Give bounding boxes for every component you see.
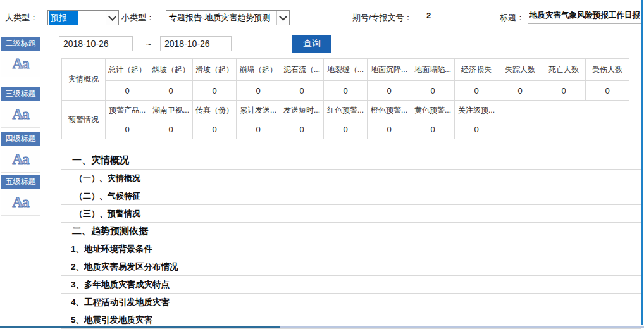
- date-to-input[interactable]: 2018-10-26: [160, 36, 232, 51]
- table-cell-value: 0: [149, 120, 193, 139]
- big-type-label: 大类型：: [5, 12, 38, 23]
- table-column-header: 失踪人数: [498, 59, 542, 81]
- sidebar-item-heading-style[interactable]: 三级标题Aa: [1, 87, 40, 128]
- title-input[interactable]: 地质灾害气象风险预报工作日报: [528, 8, 641, 24]
- heading-style-label: 五级标题: [1, 175, 40, 189]
- table-column-header: 死亡人数: [542, 59, 586, 81]
- table-cell-value: 0: [542, 81, 586, 101]
- table-column-header: 经济损失: [455, 59, 498, 81]
- small-type-selected-value: 专题报告-地质灾害趋势预测: [166, 11, 273, 25]
- table-cell-value: 0: [411, 120, 455, 139]
- table-cell-value: 0: [498, 81, 542, 101]
- report-editor-screen: 大类型： 预报 小类型： 专题报告-地质灾害趋势预测 期号/专报文号： 2 标题…: [0, 0, 644, 329]
- table-row-label: 灾情概况: [62, 59, 106, 101]
- heading-style-preview[interactable]: Aa: [1, 189, 40, 216]
- table-column-header: 红色预警...: [324, 101, 368, 120]
- outline-item[interactable]: 2、地质灾害易发区分布情况: [61, 258, 641, 276]
- table-cell-value: 0: [106, 81, 149, 101]
- summary-table: 灾情概况总计（起）斜坡（起）滑坡（起）崩塌（起）泥石流（...地裂缝（...地面…: [61, 58, 629, 101]
- table-cell-value: 0: [280, 81, 324, 101]
- table-column-header: 地面塌陷...: [411, 59, 455, 81]
- table-column-header: 发送短时...: [280, 101, 324, 120]
- table-column-header: 泥石流（...: [280, 59, 324, 81]
- outline-item[interactable]: 4、工程活动引发地质灾害: [61, 294, 641, 311]
- small-type-select[interactable]: 专题报告-地质灾害趋势预测: [166, 10, 290, 25]
- heading-level-5-font-icon: Aa: [12, 194, 28, 211]
- chevron-down-icon: [276, 11, 289, 25]
- heading-style-label: 三级标题: [1, 87, 40, 101]
- date-from-input[interactable]: 2018-10-26: [59, 36, 133, 51]
- outline-item[interactable]: 1、地址环境背景条件: [61, 240, 641, 258]
- table-cell-value: 0: [455, 81, 498, 101]
- table-column-header: 滑坡（起）: [193, 59, 237, 81]
- outline-item[interactable]: （二）、气候特征: [61, 187, 641, 205]
- heading-style-label: 四级标题: [1, 132, 40, 146]
- table-column-header: 预警产品...: [106, 101, 149, 120]
- table-column-header: 湖南卫视...: [149, 101, 193, 120]
- horizontal-scrollbar[interactable]: [0, 326, 644, 328]
- table-cell-value: 0: [237, 81, 280, 101]
- heading-level-4-font-icon: Aa: [12, 151, 28, 168]
- outline-item[interactable]: 一、灾情概况: [61, 152, 641, 170]
- sidebar-item-heading-style[interactable]: 四级标题Aa: [1, 132, 40, 173]
- table-cell-value: 0: [368, 120, 411, 139]
- heading-style-preview[interactable]: Aa: [1, 146, 40, 173]
- heading-style-preview[interactable]: Aa: [1, 51, 40, 77]
- heading-level-3-font-icon: Aa: [12, 106, 28, 123]
- table-cell-value: 0: [237, 120, 280, 139]
- table-column-header: 橙色预警...: [368, 101, 411, 120]
- issue-number-label: 期号/专报文号：: [352, 12, 412, 23]
- table-cell-value: 0: [455, 120, 498, 139]
- table-column-header: 黄色预警...: [411, 101, 455, 120]
- table-cell-value: 0: [193, 120, 237, 139]
- title-label: 标题：: [500, 12, 524, 23]
- chevron-down-icon: [106, 11, 118, 25]
- table-cell-value: 0: [324, 81, 368, 101]
- issue-number-input[interactable]: 2: [418, 9, 439, 23]
- table-cell-value: 0: [411, 81, 455, 101]
- outline-item[interactable]: （一）、灾情概况: [61, 170, 641, 187]
- table-column-header: 累计发送...: [237, 101, 280, 120]
- table-row-label: 预警情况: [62, 101, 106, 139]
- table-cell-value: 0: [193, 81, 237, 101]
- table-column-header: 地面沉降...: [368, 59, 411, 81]
- outline-item[interactable]: 二、趋势预测依据: [61, 223, 641, 240]
- heading-level-2-font-icon: Aa: [12, 56, 28, 72]
- big-type-selected-value: 预报: [49, 11, 78, 25]
- table-column-header: 崩塌（起）: [237, 59, 280, 81]
- sidebar-item-heading-style[interactable]: 二级标题Aa: [1, 37, 40, 77]
- summary-table: 预警情况预警产品...湖南卫视...传真（份）累计发送...发送短时...红色预…: [61, 100, 498, 139]
- small-type-label: 小类型：: [121, 12, 154, 23]
- table-cell-value: 0: [106, 120, 149, 139]
- query-button[interactable]: 查询: [292, 35, 331, 53]
- disaster-summary-tables: 灾情概况总计（起）斜坡（起）滑坡（起）崩塌（起）泥石流（...地裂缝（...地面…: [61, 59, 629, 139]
- big-type-select[interactable]: 预报: [47, 10, 119, 25]
- table-cell-value: 0: [324, 120, 368, 139]
- table-column-header: 关注级预...: [455, 101, 498, 120]
- table-cell-value: 0: [368, 81, 411, 101]
- window-right-border: [641, 0, 643, 325]
- table-column-header: 受伤人数: [586, 59, 629, 81]
- table-cell-value: 0: [586, 81, 629, 101]
- outline-item[interactable]: （三）、预警情况: [61, 205, 641, 223]
- table-cell-value: 0: [280, 120, 324, 139]
- table-column-header: 传真（份）: [193, 101, 237, 120]
- outline-item[interactable]: 3、多年地质灾害成灾特点: [61, 276, 641, 294]
- date-range-separator: ~: [146, 39, 151, 49]
- table-column-header: 地裂缝（...: [324, 59, 368, 81]
- table-cell-value: 0: [149, 81, 193, 101]
- table-column-header: 总计（起）: [106, 59, 149, 81]
- horizontal-scrollbar-thumb[interactable]: [0, 326, 280, 328]
- table-column-header: 斜坡（起）: [149, 59, 193, 81]
- heading-style-label: 二级标题: [1, 37, 40, 51]
- report-outline: 一、灾情概况（一）、灾情概况（二）、气候特征（三）、预警情况二、趋势预测依据1、…: [61, 152, 641, 329]
- heading-style-preview[interactable]: Aa: [1, 101, 40, 128]
- sidebar-item-heading-style[interactable]: 五级标题Aa: [1, 175, 40, 216]
